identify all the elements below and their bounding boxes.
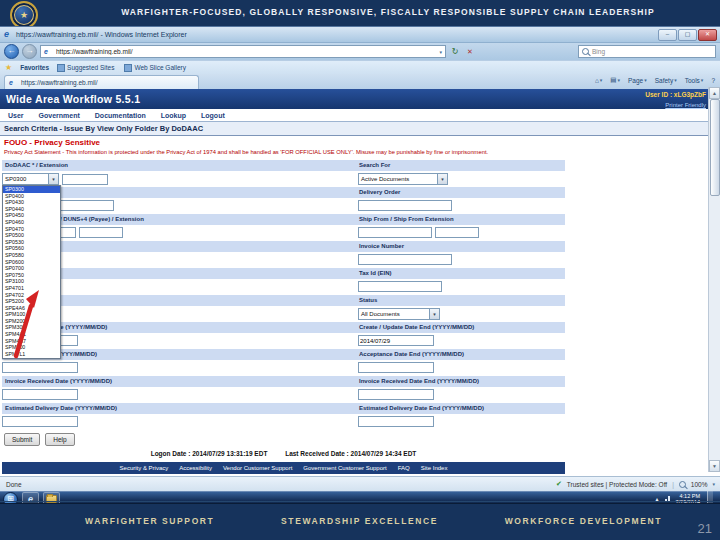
footer-link-security-privacy[interactable]: Security & Privacy: [120, 465, 169, 471]
dodaac-option[interactable]: SPE4A6: [3, 305, 60, 312]
menu-item-logout[interactable]: Logout: [201, 112, 225, 119]
maximize-button[interactable]: ▢: [678, 29, 697, 41]
scroll-up-icon[interactable]: ▲: [709, 87, 720, 99]
ship-from-ship-from-extension-extension-input[interactable]: [435, 227, 479, 238]
form-input-row: [2, 387, 565, 403]
zoom-dropdown-icon[interactable]: ▾: [712, 481, 715, 487]
dodaac-extension-extension-input[interactable]: [62, 174, 108, 185]
dodaac-option[interactable]: SP0700: [3, 265, 60, 272]
scroll-down-icon[interactable]: ▼: [709, 460, 720, 472]
tax-id-ein-input[interactable]: [358, 281, 442, 292]
dla-seal-logo: ★: [10, 1, 38, 29]
dodaac-option[interactable]: SP0470: [3, 226, 60, 233]
command-safety-button[interactable]: Safety ▾: [655, 77, 677, 84]
stop-button[interactable]: ✕: [464, 46, 476, 58]
vertical-scrollbar[interactable]: ▲ ▼: [708, 87, 720, 472]
dodaac-option[interactable]: SP4702: [3, 292, 60, 299]
refresh-button[interactable]: ↻: [449, 46, 461, 58]
browser-tab[interactable]: e https://wawftraining.eb.mil/: [4, 75, 199, 89]
forward-button[interactable]: →: [22, 44, 37, 59]
printer-friendly-link[interactable]: Printer Friendly: [665, 102, 706, 108]
favorites-star-icon[interactable]: ★: [5, 63, 12, 72]
footer-link-accessibility[interactable]: Accessibility: [179, 465, 212, 471]
label-tax-id-ein: Tax Id (EIN): [359, 270, 392, 276]
dodaac-option[interactable]: SP0460: [3, 219, 60, 226]
invoice-number-input[interactable]: [358, 254, 452, 265]
footer-link-faq[interactable]: FAQ: [398, 465, 410, 471]
dodaac-option[interactable]: SP0400: [3, 193, 60, 200]
favorites-item-label: Suggested Sites: [67, 64, 114, 71]
footer-text-stewardship-excellence: STEWARDSHIP EXCELLENCE: [281, 516, 438, 526]
dodaac-option[interactable]: SP0430: [3, 199, 60, 206]
footer-link-government-customer-support[interactable]: Government Customer Support: [303, 465, 386, 471]
dodaac-option[interactable]: SP0750: [3, 272, 60, 279]
help-menu-button[interactable]: ?: [711, 77, 715, 84]
footer-link-site-index[interactable]: Site Index: [421, 465, 448, 471]
form-cell-left: SP0300▾: [2, 173, 108, 185]
dodaac-option[interactable]: SP0440: [3, 206, 60, 213]
menu-item-documentation[interactable]: Documentation: [95, 112, 146, 119]
favorites-item-suggested-sites[interactable]: Suggested Sites: [57, 64, 114, 72]
acceptance-date-yyyy-mm-dd-input[interactable]: [2, 362, 78, 373]
dodaac-dropdown-list[interactable]: SP0300SP0400SP0430SP0440SP0450SP0460SP04…: [2, 185, 61, 359]
dodaac-option[interactable]: SP0530: [3, 239, 60, 246]
ship-from-ship-from-extension-input[interactable]: [358, 227, 432, 238]
form-cell-left: [2, 389, 78, 400]
search-input[interactable]: Bing: [578, 45, 716, 58]
cage-code-duns-duns-4-payee-extension-extension-input[interactable]: [79, 227, 123, 238]
close-button[interactable]: ✕: [698, 29, 717, 41]
dodaac-option[interactable]: SPM200: [3, 318, 60, 325]
home-button[interactable]: ⌂ ▾: [595, 77, 602, 84]
address-input[interactable]: e https://wawftraining.eb.mil/ ▾: [40, 45, 446, 58]
back-button[interactable]: ←: [4, 44, 19, 59]
estimated-delivery-date-yyyy-mm-dd-input[interactable]: [2, 416, 78, 427]
dodaac-option[interactable]: SP5200: [3, 298, 60, 305]
help-button[interactable]: Help: [45, 433, 74, 446]
dodaac-option[interactable]: SP0500: [3, 232, 60, 239]
security-zone-label: Trusted sites | Protected Mode: Off: [567, 481, 667, 488]
menu-item-government[interactable]: Government: [39, 112, 80, 119]
dodaac-option[interactable]: SP0600: [3, 259, 60, 266]
form-label-row: Estimated Delivery Date (YYYY/MM/DD)Esti…: [2, 403, 565, 414]
favorites-item-web-slice-gallery[interactable]: Web Slice Gallery: [124, 64, 186, 72]
invoice-received-date-end-yyyy-mm-dd-input[interactable]: [358, 389, 434, 400]
dodaac-option[interactable]: SPM4A1: [3, 331, 60, 338]
menu-item-user[interactable]: User: [8, 112, 24, 119]
dodaac-option[interactable]: SP4701: [3, 285, 60, 292]
form-cell-right: [358, 416, 434, 427]
dodaac-option[interactable]: SP0300: [3, 186, 60, 193]
form-input-row: [2, 225, 565, 241]
scrollbar-thumb[interactable]: [710, 99, 720, 196]
feeds-button[interactable]: ▤ ▾: [610, 76, 620, 84]
command-tools-button[interactable]: Tools ▾: [685, 77, 704, 84]
dodaac-option[interactable]: SPM7L1: [3, 351, 60, 358]
dodaac-option[interactable]: SP0450: [3, 212, 60, 219]
dodaac-extension-combo[interactable]: SP0300▾: [2, 173, 59, 185]
label-ship-from-ship-from-extension: Ship From / Ship From Extension: [359, 216, 454, 222]
dodaac-option[interactable]: SPM500: [3, 344, 60, 351]
zoom-level[interactable]: 100%: [691, 481, 708, 488]
address-dropdown-icon[interactable]: ▾: [439, 49, 442, 55]
submit-button[interactable]: Submit: [4, 433, 40, 446]
status-select[interactable]: All Documents▾: [358, 308, 440, 320]
window-title-bar: e https://wawftraining.eb.mil/ - Windows…: [0, 27, 720, 43]
dodaac-option[interactable]: SPM100: [3, 311, 60, 318]
favorites-button[interactable]: Favorites: [20, 64, 49, 71]
search-for-select[interactable]: Active Documents▾: [358, 173, 448, 185]
footer-link-vendor-customer-support[interactable]: Vendor Customer Support: [223, 465, 292, 471]
chevron-down-icon: ▾: [701, 77, 704, 83]
command-page-button[interactable]: Page ▾: [628, 77, 647, 84]
delivery-order-input[interactable]: [358, 200, 452, 211]
acceptance-date-end-yyyy-mm-dd-input[interactable]: [358, 362, 434, 373]
dodaac-option[interactable]: SP0560: [3, 245, 60, 252]
create-update-date-end-yyyy-mm-dd-input[interactable]: [358, 335, 434, 346]
dodaac-option[interactable]: SP3100: [3, 278, 60, 285]
dodaac-option[interactable]: SP0580: [3, 252, 60, 259]
minimize-button[interactable]: –: [658, 29, 677, 41]
dodaac-option[interactable]: SPM4A7: [3, 338, 60, 345]
invoice-received-date-yyyy-mm-dd-input[interactable]: [2, 389, 78, 400]
menu-item-lookup[interactable]: Lookup: [161, 112, 186, 119]
label-acceptance-date-end-yyyy-mm-dd: Acceptance Date End (YYYY/MM/DD): [359, 351, 464, 357]
dodaac-option[interactable]: SPM300: [3, 324, 60, 331]
estimated-delivery-date-end-yyyy-mm-dd-input[interactable]: [358, 416, 434, 427]
